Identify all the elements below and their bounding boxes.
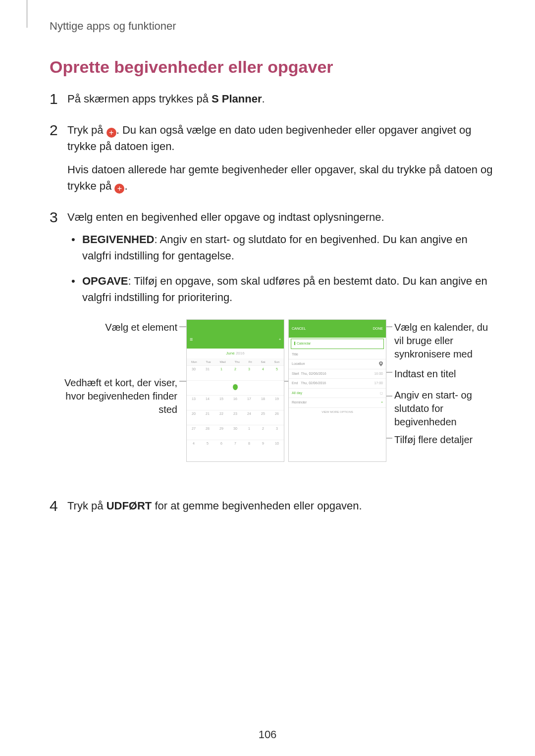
step-4: Tryk på UDFØRT for at gemme begivenheden… bbox=[50, 498, 495, 529]
step-3-b1-bold: BEGIVENHED bbox=[82, 233, 154, 246]
mock-cal-year: 2016 bbox=[236, 351, 245, 355]
plus-icon: + bbox=[114, 184, 124, 194]
step-1: På skærmen apps trykkes på S Planner. bbox=[50, 91, 495, 122]
breadcrumb: Nyttige apps og funktioner bbox=[50, 20, 495, 33]
step-2-sub-b: . bbox=[124, 180, 127, 192]
mock-end: End Thu, 02/06/201617:00 bbox=[289, 379, 386, 389]
mock-cal-month: June bbox=[226, 351, 234, 355]
step-2: Tryk på +. Du kan også vælge en dato ude… bbox=[50, 122, 495, 209]
step-3-bullet-1: BEGIVENHED: Angiv en start- og slutdato … bbox=[67, 231, 495, 273]
plus-icon: + bbox=[107, 128, 116, 138]
mock-event-editor: CANCELDONE Calendar Title Location Start… bbox=[288, 319, 386, 462]
callout-right-4: Tilføj flere detaljer bbox=[394, 433, 498, 447]
mock-done: DONE bbox=[373, 326, 383, 332]
mock-location-field: Location bbox=[289, 359, 386, 369]
step-3: Vælg enten en begivenhed eller opgave og… bbox=[50, 209, 495, 498]
mock-calendar-sel: Calendar bbox=[294, 342, 311, 345]
step-3-b2-bold: OPGAVE bbox=[82, 275, 128, 287]
page-margin-rule bbox=[27, 0, 27, 28]
step-3-bullet-2: OPGAVE: Tilføj en opgave, som skal udfør… bbox=[67, 273, 495, 314]
mock-allday: ◻All day bbox=[289, 389, 386, 399]
mock-title-field: Title bbox=[289, 350, 386, 360]
mock-calendar: ☰+ June 2016 MonTueWedThuFriSatSun 30311… bbox=[186, 319, 284, 462]
callout-right-2: Indtast en titel bbox=[394, 367, 498, 381]
section-heading: Oprette begivenheder eller opgaver bbox=[50, 57, 495, 77]
step-3-text: Vælg enten en begivenhed eller opgave og… bbox=[67, 211, 384, 223]
step-2-sub-a: Hvis datoen allerede har gemte begivenhe… bbox=[67, 163, 493, 192]
page-number: 106 bbox=[0, 728, 535, 741]
step-4-a: Tryk på bbox=[67, 500, 107, 512]
step-4-bold: UDFØRT bbox=[107, 500, 152, 512]
mock-view-more: VIEW MORE OPTIONS bbox=[289, 408, 386, 416]
callout-right-1: Vælg en kalender, du vil bruge eller syn… bbox=[394, 321, 498, 361]
step-3-b2-rest: : Tilføj en opgave, som skal udføres på … bbox=[82, 275, 487, 303]
step-2-text-b: . Du kan også vælge en dato uden begiven… bbox=[67, 124, 471, 152]
step-4-c: for at gemme begivenheden eller opgaven. bbox=[152, 500, 362, 512]
mock-cancel: CANCEL bbox=[292, 326, 306, 332]
step-2-text-a: Tryk på bbox=[67, 124, 107, 136]
callout-right-3: Angiv en start- og slutdato for begivenh… bbox=[394, 389, 498, 429]
step-1-bold: S Planner bbox=[212, 93, 262, 105]
step-1-text-a: På skærmen apps trykkes på bbox=[67, 93, 212, 105]
step-1-text-c: . bbox=[262, 93, 265, 105]
location-pin-icon bbox=[379, 361, 383, 368]
mock-reminder: Reminder+ bbox=[289, 398, 386, 408]
mock-start: Start Thu, 02/06/201616:00 bbox=[289, 369, 386, 379]
figure-container: Vælg et element Vedhæft et kort, der vis… bbox=[57, 319, 485, 473]
